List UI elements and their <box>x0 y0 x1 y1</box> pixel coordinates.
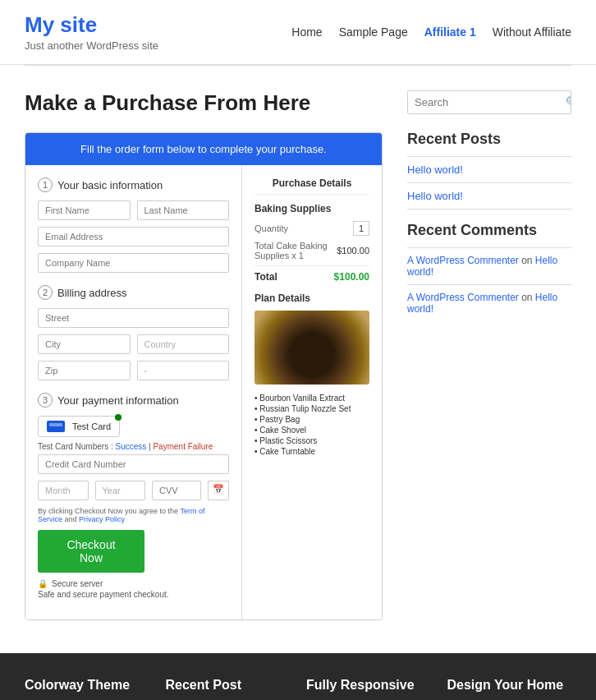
last-name-input[interactable] <box>137 200 230 220</box>
quantity-value: 1 <box>353 221 369 236</box>
cc-details-row: Month Year 📅 <box>38 481 229 500</box>
email-input[interactable] <box>38 227 229 246</box>
recent-comments-title: Recent Comments <box>407 222 571 239</box>
comment-2: A WordPress Commenter on Hello world! <box>407 292 571 315</box>
section3-num: 3 <box>38 393 53 408</box>
nav-without-affiliate[interactable]: Without Affiliate <box>493 25 571 39</box>
checkout-body: 1 Your basic information <box>25 165 382 619</box>
footer-grid: Colorway Theme Footer is widgetized. To … <box>25 678 571 700</box>
commenter-2[interactable]: A WordPress Commenter <box>407 292 519 303</box>
checkout-header: Fill the order form below to complete yo… <box>25 133 382 165</box>
section1-num: 1 <box>38 177 53 192</box>
success-link[interactable]: Success <box>115 442 146 451</box>
city-input[interactable] <box>38 334 131 354</box>
month-select[interactable]: Month <box>38 481 89 500</box>
sidebar: 🔍 Recent Posts Hello world! Hello world!… <box>407 90 571 620</box>
search-input[interactable] <box>408 91 559 113</box>
zip-input[interactable] <box>38 361 131 380</box>
checkout-form: 1 Your basic information <box>25 165 242 619</box>
recent-posts-section: Recent Posts Hello world! Hello world! <box>407 131 571 210</box>
privacy-link[interactable]: Privacy Policy <box>79 515 125 523</box>
active-dot <box>115 414 121 421</box>
checkout-button[interactable]: Checkout Now <box>38 530 144 573</box>
item-price-row: Total Cake Baking Supplies x 1 $100.00 <box>254 241 369 260</box>
first-name-input[interactable] <box>38 200 131 220</box>
section3-title: 3 Your payment information <box>38 393 229 408</box>
page-title: Make a Purchase From Here <box>25 90 383 116</box>
cc-number-input[interactable] <box>38 454 229 474</box>
total-row: Total $100.00 <box>254 265 369 283</box>
checkout-box: Fill the order form below to complete yo… <box>25 132 383 620</box>
list-item: Bourbon Vanilla Extract <box>254 393 369 403</box>
card-icon <box>47 421 65 432</box>
list-item: Cake Turntable <box>254 446 369 457</box>
main-nav: Home Sample Page Affiliate 1 Without Aff… <box>291 25 571 39</box>
test-card-numbers: Test Card Numbers : Success | Payment Fa… <box>38 442 229 451</box>
company-row <box>38 253 229 273</box>
quantity-row: Quantity 1 <box>254 221 369 236</box>
product-image-inner <box>254 311 369 385</box>
footer-col-3: Fully Responsive Colorway is a unique re… <box>306 678 431 700</box>
search-box: 🔍 <box>407 90 571 114</box>
list-item: Russian Tulip Nozzle Set <box>254 403 369 414</box>
total-label: Total <box>254 271 277 283</box>
purchase-details-title: Purchase Details <box>254 177 369 195</box>
recent-posts-title: Recent Posts <box>407 131 571 148</box>
search-button[interactable]: 🔍 <box>559 91 571 113</box>
name-row <box>38 200 229 220</box>
product-name: Baking Supplies <box>254 203 369 214</box>
calendar-icon[interactable]: 📅 <box>208 481 229 500</box>
company-input[interactable] <box>38 253 229 273</box>
site-header: My site Just another WordPress site Home… <box>0 0 596 66</box>
billing-section: 2 Billing address Country <box>38 285 229 380</box>
comment-1: A WordPress Commenter on Hello world! <box>407 255 571 278</box>
nav-affiliate1[interactable]: Affiliate 1 <box>424 25 476 39</box>
site-tagline: Just another WordPress site <box>25 39 158 52</box>
street-row <box>38 308 229 328</box>
cc-row <box>38 454 229 474</box>
content-area: Make a Purchase From Here Fill the order… <box>25 90 383 620</box>
zip-row: - <box>38 361 229 380</box>
test-card-button[interactable]: Test Card <box>38 416 120 437</box>
features-list: Bourbon Vanilla Extract Russian Tulip No… <box>254 393 369 457</box>
footer-col3-title: Fully Responsive <box>306 678 431 693</box>
city-country-row: Country <box>38 334 229 354</box>
section2-title: 2 Billing address <box>38 285 229 300</box>
nav-home[interactable]: Home <box>291 25 322 39</box>
total-value: $100.00 <box>334 271 369 283</box>
cvv-input[interactable] <box>152 481 201 500</box>
terms-text: By clicking Checkout Now you agree to th… <box>38 507 229 523</box>
product-image <box>254 311 369 385</box>
basic-info-section: 1 Your basic information <box>38 177 229 273</box>
email-row <box>38 227 229 246</box>
country-select[interactable]: Country <box>137 334 230 354</box>
footer-col-1: Colorway Theme Footer is widgetized. To … <box>25 678 149 700</box>
street-input[interactable] <box>38 308 229 328</box>
recent-comments-section: Recent Comments A WordPress Commenter on… <box>407 222 571 315</box>
secure-row: 🔒 Secure server <box>38 579 229 588</box>
site-branding: My site Just another WordPress site <box>25 12 158 52</box>
footer-col-2: Recent Post Worth A Thousand Words Categ… <box>166 678 291 700</box>
recent-post-2[interactable]: Hello world! <box>407 190 571 202</box>
year-select[interactable]: Year <box>95 481 146 500</box>
state-select[interactable]: - <box>137 361 230 380</box>
section2-num: 2 <box>38 285 53 300</box>
plan-details-title: Plan Details <box>254 292 369 304</box>
safe-text: Safe and secure payment checkout. <box>38 590 229 599</box>
main-content: Make a Purchase From Here Fill the order… <box>0 66 596 637</box>
commenter-1[interactable]: A WordPress Commenter <box>407 255 519 266</box>
recent-post-1[interactable]: Hello world! <box>407 163 571 176</box>
list-item: Pastry Bag <box>254 414 369 425</box>
item-price: $100.00 <box>337 246 369 256</box>
nav-sample-page[interactable]: Sample Page <box>339 25 408 39</box>
list-item: Cake Shovel <box>254 425 369 435</box>
failure-link[interactable]: Payment Failure <box>153 442 213 451</box>
payment-section: 3 Your payment information Test Card Tes… <box>38 393 229 599</box>
quantity-label: Quantity <box>254 223 288 233</box>
site-footer: Colorway Theme Footer is widgetized. To … <box>0 653 596 700</box>
site-title: My site <box>25 12 158 38</box>
section1-title: 1 Your basic information <box>38 177 229 192</box>
purchase-details-panel: Purchase Details Baking Supplies Quantit… <box>242 165 382 619</box>
footer-col4-title: Design Your Home <box>447 678 572 693</box>
footer-col2-title: Recent Post <box>166 678 291 693</box>
